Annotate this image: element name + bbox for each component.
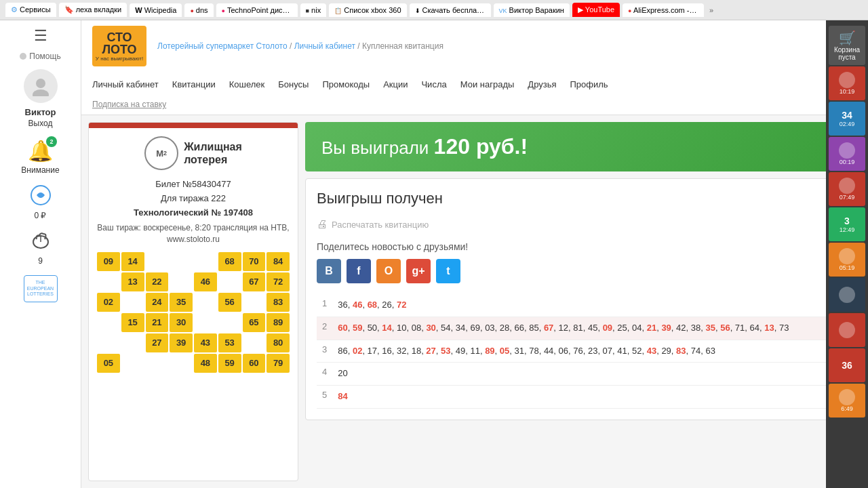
tab-viktor[interactable]: VK Виктор Варакин	[494, 3, 570, 17]
brain-icon[interactable]	[30, 230, 52, 256]
hamburger-menu[interactable]: ☰	[34, 27, 47, 45]
brain-value: 9	[38, 256, 43, 266]
breadcrumb-cabinet[interactable]: Личный кабинет	[294, 41, 355, 51]
win-title: Выигрыш получен	[317, 190, 850, 207]
sidebar-game-item[interactable]: 3402:49	[829, 102, 865, 136]
share-googleplus-button[interactable]: g+	[406, 259, 431, 283]
share-twitter-button[interactable]: t	[436, 259, 460, 283]
share-ok-button[interactable]: О	[376, 259, 401, 283]
sidebar-game-item[interactable]: 312:49	[829, 207, 865, 241]
bell-wrapper[interactable]: 🔔 2	[28, 139, 53, 163]
bingo-cell-empty	[121, 354, 144, 373]
tab-wikipedia[interactable]: W Wicipedia	[130, 3, 182, 17]
bingo-cell-empty	[146, 252, 169, 271]
nav-promokody[interactable]: Промокоды	[322, 79, 370, 89]
breadcrumb-home[interactable]: Лотерейный супермаркет Столото	[157, 41, 288, 51]
bingo-cell-filled: 22	[146, 272, 169, 291]
sidebar-game-item[interactable]	[829, 278, 865, 312]
sidebar-game-item[interactable]: 6:49	[829, 384, 865, 418]
tab-download[interactable]: ⬇ Скачать бесплатно н...	[410, 3, 491, 17]
nav-bonusy[interactable]: Бонусы	[278, 79, 309, 89]
sidebar-game-item[interactable]: 10:19	[829, 66, 865, 100]
bingo-cell-filled: 68	[218, 252, 241, 271]
bingo-cell-filled: 15	[121, 313, 144, 332]
tab-services[interactable]: ⚙ Сервисы	[5, 3, 56, 17]
download-favicon: ⬇	[415, 7, 420, 14]
bingo-cell-filled: 84	[267, 252, 290, 271]
bingo-grid: 0914687084132246677202243556831521306589…	[97, 252, 290, 374]
share-facebook-button[interactable]: f	[347, 259, 371, 283]
tab-dns[interactable]: ● dns	[184, 3, 213, 17]
bingo-row: 0914687084	[97, 252, 290, 271]
bingo-cell-filled: 09	[97, 252, 120, 271]
site-logo[interactable]: СТО ЛОТО У нас выигрывают!	[92, 26, 146, 66]
nav-akcii[interactable]: Акции	[383, 79, 408, 89]
eu-lotteries-logo[interactable]: THEEUROPEANLOTTERIES	[24, 275, 58, 302]
tab-aliexpress[interactable]: ● AliExpress.com - Onli...	[623, 3, 704, 17]
vk-favicon: VK	[499, 7, 507, 14]
bingo-row: 2739435380	[97, 333, 290, 352]
print-button[interactable]: 🖨 Распечатать квитанцию	[317, 218, 850, 230]
nav-kvitancii[interactable]: Квитанции	[172, 79, 216, 89]
site-header: СТО ЛОТО У нас выигрывают! Лотерейный су…	[81, 20, 868, 115]
draw-row-numbers: 36, 46, 68, 26, 72	[332, 294, 850, 317]
bingo-cell-filled: 13	[121, 272, 144, 291]
lottery-name-line2: лотерея	[184, 153, 242, 166]
ticket-card: М2 Жилищная лотерея Билет №58430477 Для …	[88, 122, 298, 481]
nav-cabinet[interactable]: Личный кабинет	[92, 79, 159, 89]
tab-bookmarks[interactable]: 🔖 леха вкладки	[59, 3, 127, 17]
cart-button[interactable]: 🛒 Корзина пуста	[829, 26, 865, 65]
ticket-logo: М2 Жилищная лотерея	[144, 136, 242, 170]
draw-row-number: 2	[317, 317, 332, 340]
balance-icon[interactable]	[30, 184, 52, 211]
sidebar-game-shape	[839, 178, 855, 194]
print-icon: 🖨	[317, 218, 328, 230]
tab-nix[interactable]: ■ nix	[300, 3, 327, 17]
share-vk-button[interactable]: В	[317, 259, 341, 283]
bell-label: Внимание	[21, 165, 59, 175]
nav-druzya[interactable]: Друзья	[528, 79, 556, 89]
draw-row-number: 4	[317, 363, 332, 386]
sidebar-game-item[interactable]	[829, 313, 865, 347]
bingo-cell-empty	[194, 293, 217, 312]
right-sidebar: 🛒 Корзина пуста 10:193402:4900:1907:4931…	[826, 20, 868, 488]
bingo-cell-filled: 80	[267, 333, 290, 352]
nav-sub-subscription[interactable]: Подписка на ставку	[92, 100, 166, 109]
user-avatar[interactable]	[24, 69, 58, 103]
tab-youtube[interactable]: ▶ YouTube	[572, 3, 620, 17]
bingo-cell-empty	[97, 313, 120, 332]
bingo-cell-filled: 89	[267, 313, 290, 332]
sidebar-game-number: 36	[842, 360, 852, 371]
bingo-cell-filled: 30	[170, 313, 193, 332]
bingo-cell-empty	[146, 354, 169, 373]
bingo-cell-filled: 48	[194, 354, 217, 373]
bingo-cell-empty	[218, 313, 241, 332]
bingo-cell-empty	[243, 293, 266, 312]
sidebar-game-shape	[839, 248, 855, 264]
ticket-body: М2 Жилищная лотерея Билет №58430477 Для …	[89, 128, 298, 382]
bingo-row: 1521306589	[97, 313, 290, 332]
draw-row: 386, 02, 17, 16, 32, 18, 27, 53, 49, 11,…	[317, 340, 850, 363]
user-name[interactable]: Виктор	[25, 107, 56, 117]
draw-row-number: 3	[317, 340, 332, 363]
nav-nagrady[interactable]: Мои награды	[460, 79, 515, 89]
tab-technopoint[interactable]: ● TechnoPoint дискаун...	[216, 3, 298, 17]
nav-profil[interactable]: Профиль	[570, 79, 608, 89]
nav-chisla[interactable]: Числа	[421, 79, 446, 89]
sidebar-game-item[interactable]: 07:49	[829, 172, 865, 206]
sidebar-game-item[interactable]: 36	[829, 348, 865, 382]
logout-link[interactable]: Выход	[28, 119, 53, 128]
sidebar-game-time: 05:19	[840, 264, 855, 271]
nav-koshelek[interactable]: Кошелек	[229, 79, 265, 89]
bingo-cell-empty	[121, 333, 144, 352]
bingo-cell-filled: 65	[243, 313, 266, 332]
sidebar-game-item[interactable]: 05:19	[829, 243, 865, 277]
help-link[interactable]: Помощь	[20, 52, 60, 61]
content-area: СТО ЛОТО У нас выигрывают! Лотерейный су…	[81, 20, 868, 488]
sidebar-game-item[interactable]: 00:19	[829, 137, 865, 171]
tab-xbox[interactable]: 📋 Список xbox 360	[329, 3, 406, 17]
more-tabs-button[interactable]: »	[707, 3, 716, 17]
sidebar-game-time: 02:49	[840, 121, 855, 127]
draw-row: 136, 46, 68, 26, 72	[317, 294, 850, 317]
win-panel: Вы выиграли 120 руб.! Выигрыш получен 🖨 …	[305, 122, 861, 481]
